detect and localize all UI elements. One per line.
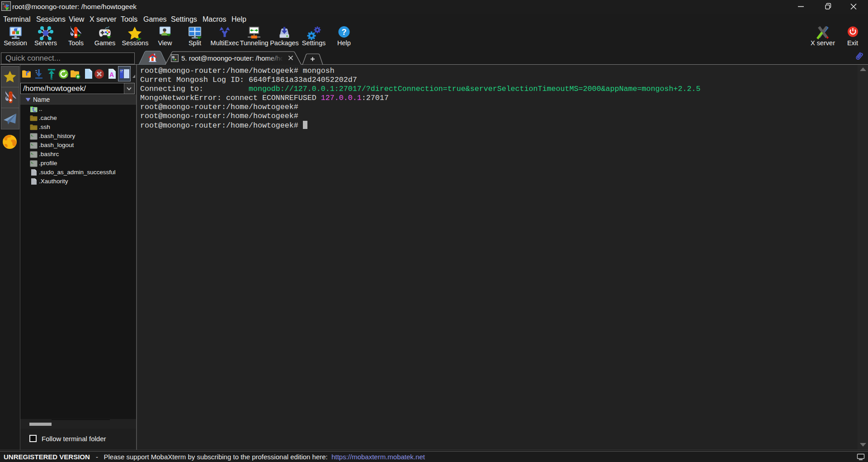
svg-text:>_: >_	[2, 2, 6, 6]
svg-text:?: ?	[342, 28, 347, 37]
svg-text:A: A	[109, 71, 114, 78]
svg-text:B: B	[172, 55, 175, 59]
